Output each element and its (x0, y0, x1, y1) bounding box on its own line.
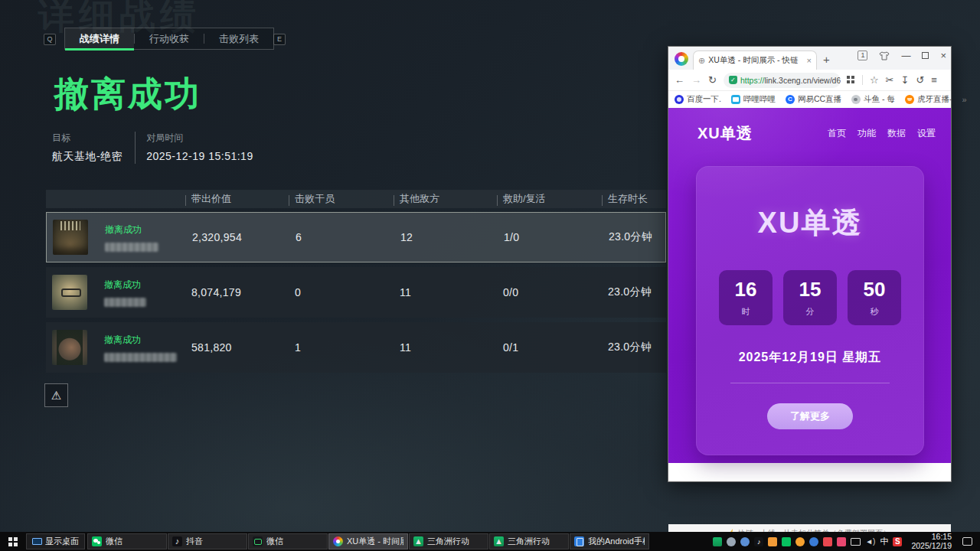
tab-count-badge[interactable]: 1 (858, 51, 867, 60)
security-shield-icon: ✓ (729, 76, 737, 84)
player-status: 撤离成功 (104, 334, 177, 347)
nav-data[interactable]: 数据 (887, 127, 906, 140)
browser-titlebar[interactable]: ⊕ XU单透 - 时间展示 - 快链 × + 1 — × (668, 47, 951, 70)
sogou-icon[interactable]: S (893, 537, 902, 546)
tab-kill-list[interactable]: 击败列表 (204, 28, 273, 49)
clock-minutes-box: 15 分 (783, 270, 837, 325)
goal-value: 航天基地-绝密 (52, 150, 122, 164)
tray-red-app-2-icon[interactable] (837, 537, 846, 546)
rescue-revive: 1/0 (496, 231, 601, 243)
notification-center-icon[interactable] (962, 537, 972, 546)
bookmark-baidu[interactable]: 百度一下. (675, 94, 721, 105)
clock-hours-box: 16 时 (719, 270, 773, 325)
tray-microphone-icon[interactable] (727, 537, 736, 546)
browser-tab[interactable]: ⊕ XU单透 - 时间展示 - 快链 × (693, 51, 817, 70)
download-icon[interactable]: ↧ (900, 74, 909, 86)
tray-delta-force-icon[interactable] (713, 537, 722, 546)
carry-value: 581,820 (184, 341, 287, 354)
table-row[interactable]: 撤离成功 581,820 1 11 0/1 23.0分钟 (46, 322, 666, 373)
browser-logo-icon[interactable] (675, 52, 688, 66)
header-survival-time: 生存时长 (600, 192, 666, 206)
tray-wechat-icon[interactable] (782, 537, 791, 546)
bookmarks-overflow-icon[interactable]: » (962, 95, 966, 104)
tray-app-orange-icon[interactable] (768, 537, 777, 546)
tab-action-loot[interactable]: 行动收获 (135, 28, 204, 49)
network-icon[interactable] (851, 538, 861, 546)
table-row[interactable]: 撤离成功 8,074,179 0 11 0/0 23.0分钟 (46, 267, 666, 318)
tray-huya-icon[interactable] (795, 537, 805, 546)
extraction-result-title: 撤离成功 (54, 71, 201, 117)
skin-theme-icon[interactable] (879, 51, 890, 60)
header-rescue-revive: 救助/复活 (495, 192, 600, 206)
bookmark-douyu[interactable]: 斗鱼 - 每 (851, 94, 895, 105)
learn-more-button[interactable]: 了解更多 (767, 403, 853, 429)
volume-icon[interactable]: ◄) (865, 537, 875, 546)
browser-tab-title: XU单透 - 时间展示 - 快链 (708, 55, 803, 66)
screenshot-scissors-icon[interactable]: ✂ (886, 74, 894, 86)
maximize-button[interactable] (922, 52, 929, 59)
url-scheme: https:// (740, 76, 765, 85)
other-enemies: 11 (392, 341, 495, 354)
globe-icon: ⊕ (698, 56, 705, 66)
taskbar-app-deltaforce-2[interactable]: ▲ 三角洲行动 (489, 533, 569, 549)
taskbar-app-android-phone[interactable]: 我的Android手机... (570, 533, 649, 549)
new-tab-button[interactable]: + (823, 53, 830, 66)
tray-blue-app-icon[interactable] (809, 537, 818, 546)
huya-icon (905, 95, 914, 104)
taskbar-app-browser-active[interactable]: XU单透 - 时间展示... (328, 533, 408, 549)
taskbar: 显示桌面 微信 ♪ 抖音 微信 XU单透 - 时间展示... ▲ 三角洲行动 ▲… (0, 532, 980, 551)
back-icon[interactable]: ← (675, 74, 684, 86)
bookmark-huya[interactable]: 虎牙直播- (905, 94, 952, 105)
taskbar-app-douyin[interactable]: ♪ 抖音 (168, 533, 247, 549)
tray-app-icon[interactable] (740, 537, 750, 546)
netease-cc-icon: C (786, 95, 795, 104)
bilibili-icon (731, 95, 740, 104)
player-cell: 撤离成功 (46, 275, 184, 310)
tray-douyin-icon[interactable]: ♪ (754, 537, 763, 546)
window-controls: 1 — × (858, 50, 946, 61)
refresh-icon[interactable]: ↻ (708, 74, 717, 86)
bookmarks-bar: 百度一下. 哔哩哔哩 C 网易CC直播 斗鱼 - 每 虎牙直播- » (668, 91, 951, 108)
carry-value: 8,074,179 (184, 286, 287, 298)
favorite-star-icon[interactable]: ☆ (870, 74, 879, 86)
nav-features[interactable]: 功能 (858, 127, 876, 140)
tray-red-app-icon[interactable] (823, 537, 832, 546)
player-name-blurred (104, 298, 146, 307)
apps-grid-icon[interactable] (847, 76, 855, 84)
operators-killed: 6 (288, 231, 393, 243)
bookmark-netease-cc[interactable]: C 网易CC直播 (786, 94, 841, 105)
minimize-button[interactable]: — (901, 52, 910, 60)
site-nav: 首页 功能 数据 设置 (828, 127, 936, 140)
start-button[interactable] (0, 532, 26, 551)
tray-date: 2025/12/19 (911, 542, 952, 551)
close-button[interactable]: × (940, 50, 946, 61)
tab-close-icon[interactable]: × (807, 56, 812, 65)
player-avatar (52, 275, 87, 310)
player-name-blurred (105, 243, 158, 252)
nav-settings[interactable]: 设置 (917, 127, 936, 140)
nav-home[interactable]: 首页 (828, 127, 846, 140)
hours-value: 16 (735, 278, 757, 302)
keybind-q-badge: Q (44, 34, 56, 45)
tab-battle-detail[interactable]: 战绩详情 (65, 28, 134, 49)
header-operators-killed: 击败干员 (287, 192, 392, 206)
forward-icon[interactable]: → (691, 74, 701, 86)
address-bar[interactable]: ✓ https://link.3ceng.cn/view/d6 (724, 73, 841, 88)
player-avatar (53, 220, 88, 255)
report-warning-button[interactable]: ⚠ (44, 383, 68, 407)
ime-indicator[interactable]: 中 (880, 536, 888, 547)
history-undo-icon[interactable]: ↺ (916, 74, 924, 86)
player-cell: 撤离成功 (46, 330, 184, 365)
taskbar-app-wechat-2[interactable]: 微信 (248, 533, 328, 549)
table-row[interactable]: 撤离成功 2,320,954 6 12 1/0 23.0分钟 (46, 212, 666, 262)
bookmark-bilibili[interactable]: 哔哩哔哩 (731, 94, 776, 105)
desktop-screen: 详细战绩 Q 战绩详情 行动收获 击败列表 E 撤离成功 目标 航天基地-绝密 … (0, 0, 980, 551)
taskbar-app-deltaforce-1[interactable]: ▲ 三角洲行动 (409, 533, 488, 549)
site-logo: XU单透 (697, 123, 753, 144)
menu-icon[interactable]: ≡ (931, 74, 937, 86)
show-desktop-button[interactable]: 显示桌面 (26, 533, 85, 549)
tray-clock[interactable]: 16:15 2025/12/19 (906, 533, 958, 550)
taskbar-app-wechat[interactable]: 微信 (87, 533, 167, 549)
card-title: XU单透 (697, 204, 923, 243)
url-text: link.3ceng.cn/view/d6 (764, 76, 840, 85)
